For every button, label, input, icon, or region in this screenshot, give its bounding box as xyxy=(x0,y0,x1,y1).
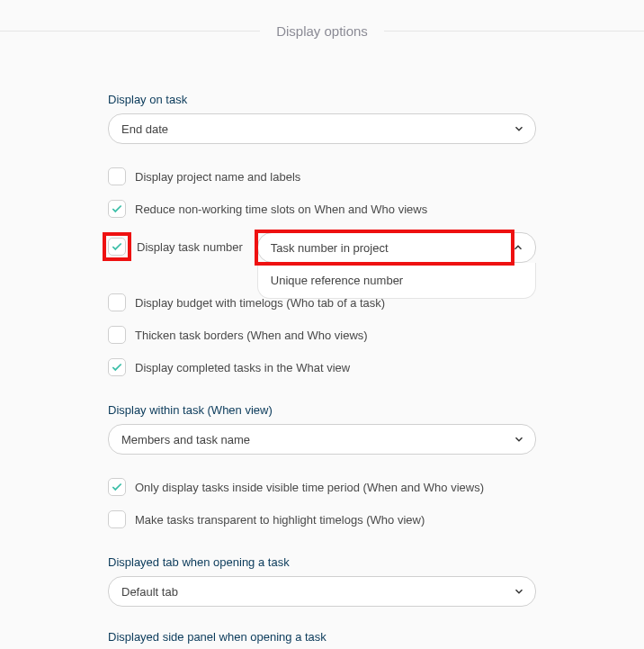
project-name-checkbox[interactable] xyxy=(108,167,126,185)
display-within-label: Display within task (When view) xyxy=(108,403,536,417)
displayed-tab-value: Default tab xyxy=(121,585,178,599)
displayed-panel-label: Displayed side panel when opening a task xyxy=(108,630,536,644)
display-within-value: Members and task name xyxy=(121,433,250,446)
divider-left xyxy=(0,31,260,32)
chevron-up-icon xyxy=(512,241,524,254)
budget-timelogs-checkbox[interactable] xyxy=(108,293,126,311)
transparent-timelogs-checkbox[interactable] xyxy=(108,510,126,528)
section-title: Display options xyxy=(260,23,384,39)
reduce-nonworking-checkbox[interactable] xyxy=(108,200,126,218)
display-within-select[interactable]: Members and task name xyxy=(108,424,536,455)
task-number-select-value: Task number in project xyxy=(271,241,389,255)
task-number-dropdown-panel: Unique reference number xyxy=(257,263,536,299)
display-on-task-value: End date xyxy=(121,122,168,136)
divider-right xyxy=(384,31,644,32)
thicken-borders-checkbox[interactable] xyxy=(108,326,126,344)
project-name-label: Display project name and labels xyxy=(135,170,300,184)
highlight-checkbox-box xyxy=(103,232,131,261)
only-visible-period-label: Only display tasks inside visible time p… xyxy=(135,481,484,494)
completed-what-checkbox[interactable] xyxy=(108,358,126,376)
section-header: Display options xyxy=(0,23,644,39)
form-area: Display on task End date Display project… xyxy=(0,39,644,649)
displayed-tab-select[interactable]: Default tab xyxy=(108,576,536,607)
only-visible-period-checkbox[interactable] xyxy=(108,478,126,496)
display-on-task-label: Display on task xyxy=(108,93,536,106)
thicken-borders-label: Thicken task borders (When and Who views… xyxy=(135,329,368,342)
transparent-timelogs-label: Make tasks transparent to highlight time… xyxy=(135,513,425,527)
display-task-number-label: Display task number xyxy=(137,240,243,254)
display-on-task-select[interactable]: End date xyxy=(108,113,536,144)
reduce-nonworking-label: Reduce non-working time slots on When an… xyxy=(135,203,427,216)
task-number-option-unique[interactable]: Unique reference number xyxy=(258,268,535,293)
displayed-tab-label: Displayed tab when opening a task xyxy=(108,555,536,569)
display-task-number-checkbox[interactable] xyxy=(108,238,126,256)
completed-what-label: Display completed tasks in the What view xyxy=(135,361,350,374)
task-number-select[interactable]: Task number in project xyxy=(257,232,536,263)
